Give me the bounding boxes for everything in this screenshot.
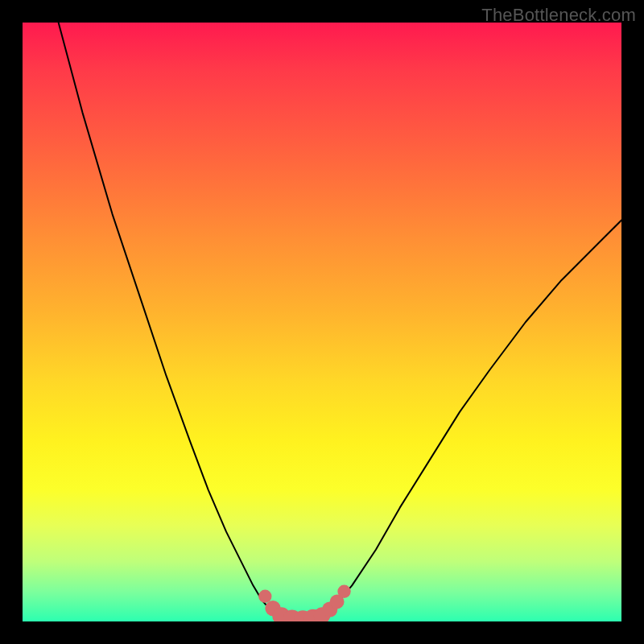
curve-lines <box>59 23 621 619</box>
marker-point <box>258 590 271 603</box>
marker-point <box>337 585 350 598</box>
valley-markers <box>258 585 351 621</box>
chart-svg <box>23 23 621 621</box>
watermark-text: TheBottleneck.com <box>481 5 636 26</box>
plot-area <box>23 23 621 621</box>
series-right-curve <box>322 221 621 617</box>
chart-frame: TheBottleneck.com <box>0 0 644 644</box>
series-left-curve <box>59 23 280 617</box>
